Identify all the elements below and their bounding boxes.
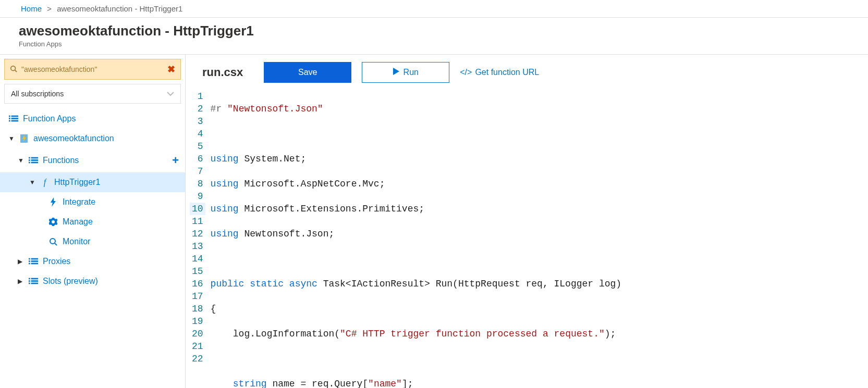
page-title: awesomeoktafunction - HttpTrigger1 [19,23,849,39]
tree-httptrigger1-label: HttpTrigger1 [54,178,100,187]
svg-rect-21 [31,263,39,265]
tree-manage[interactable]: Manage [0,212,185,232]
tree-functions-label: Functions [43,156,79,165]
save-button[interactable]: Save [264,62,351,83]
caret-down-icon: ▼ [29,179,36,186]
svg-rect-26 [29,283,30,284]
code-editor[interactable]: 123456789 10111213141516171819202122 #r … [186,90,868,388]
svg-rect-18 [29,260,30,262]
svg-rect-7 [11,120,19,122]
svg-rect-17 [31,258,39,260]
svg-rect-2 [9,116,10,117]
svg-line-1 [15,70,17,72]
svg-rect-9 [31,157,39,159]
tree-proxies-label: Proxies [43,257,70,266]
clear-search-icon[interactable]: ✖ [167,64,175,75]
run-button[interactable]: Run [362,62,449,83]
caret-right-icon: ▶ [18,258,25,265]
play-icon [393,68,399,77]
search-icon [10,65,17,74]
content: run.csx Save Run </> Get function URL 12… [186,55,868,388]
svg-rect-19 [31,260,39,262]
breadcrumb: Home > awesomeoktafunction - HttpTrigger… [0,0,868,17]
svg-rect-6 [9,120,10,122]
svg-rect-5 [11,118,19,119]
tree-root-function-apps[interactable]: Function Apps [0,109,185,129]
svg-rect-23 [31,278,39,280]
function-app-icon [19,134,29,143]
tree-monitor-label: Monitor [63,237,90,246]
tree-functions[interactable]: ▼ Functions + [0,148,185,172]
svg-line-15 [55,243,57,245]
toolbar: run.csx Save Run </> Get function URL [186,55,868,90]
tree-manage-label: Manage [63,217,93,227]
svg-rect-27 [31,283,39,284]
tree-httptrigger1[interactable]: ▼ f HttpTrigger1 [0,172,185,192]
run-button-label: Run [404,68,419,77]
caret-down-icon: ▼ [18,157,25,164]
subscription-label: All subscriptions [11,90,64,98]
breadcrumb-current: awesomeoktafunction - HttpTrigger1 [57,4,182,13]
code-tag-icon: </> [460,68,472,77]
subscription-dropdown[interactable]: All subscriptions [4,84,181,104]
svg-rect-22 [29,278,30,280]
svg-rect-20 [29,263,30,265]
tree-monitor[interactable]: Monitor [0,232,185,252]
list-icon [28,157,39,164]
svg-point-14 [50,239,55,244]
search-text: "awesomeoktafunction" [21,65,167,73]
list-icon [8,115,19,122]
breadcrumb-separator: > [44,4,55,13]
tree-proxies[interactable]: ▶ Proxies [0,252,185,271]
list-icon [28,258,39,265]
get-function-url-label: Get function URL [475,68,539,77]
svg-rect-13 [31,162,39,164]
gear-icon [48,218,58,226]
page-subtitle: Function Apps [19,40,849,48]
svg-rect-10 [29,159,30,161]
sidebar-tree: Function Apps ▼ awesomeoktafunction ▼ Fu… [0,109,185,291]
add-function-icon[interactable]: + [172,154,179,167]
tree-app[interactable]: ▼ awesomeoktafunction [0,129,185,148]
svg-rect-25 [31,280,39,282]
svg-rect-4 [9,118,10,119]
tree-integrate[interactable]: Integrate [0,192,185,212]
tree-slots-label: Slots (preview) [43,277,98,286]
lightning-icon [48,197,58,207]
tree-app-label: awesomeoktafunction [33,134,114,143]
svg-rect-8 [29,157,30,159]
tree-slots[interactable]: ▶ Slots (preview) [0,271,185,291]
list-icon [28,278,39,285]
tree-integrate-label: Integrate [63,197,95,207]
chevron-down-icon [167,90,174,98]
sidebar: "awesomeoktafunction" ✖ All subscription… [0,55,186,388]
function-icon: f [40,178,50,187]
get-function-url[interactable]: </> Get function URL [460,68,539,77]
svg-rect-3 [11,116,19,117]
code-body[interactable]: #r "Newtonsoft.Json" using System.Net; u… [211,90,785,388]
sidebar-search[interactable]: "awesomeoktafunction" ✖ [4,59,181,80]
page-header: awesomeoktafunction - HttpTrigger1 Funct… [0,18,868,54]
svg-point-0 [11,66,16,70]
caret-down-icon: ▼ [8,135,16,142]
magnify-icon [48,237,58,246]
caret-right-icon: ▶ [18,278,25,285]
svg-rect-11 [31,159,39,161]
breadcrumb-home[interactable]: Home [21,4,42,13]
tree-root-label: Function Apps [23,114,76,123]
svg-rect-24 [29,280,30,282]
filename: run.csx [202,66,243,79]
svg-rect-16 [29,258,30,260]
line-gutter: 123456789 10111213141516171819202122 [190,90,211,388]
svg-rect-12 [29,162,30,164]
